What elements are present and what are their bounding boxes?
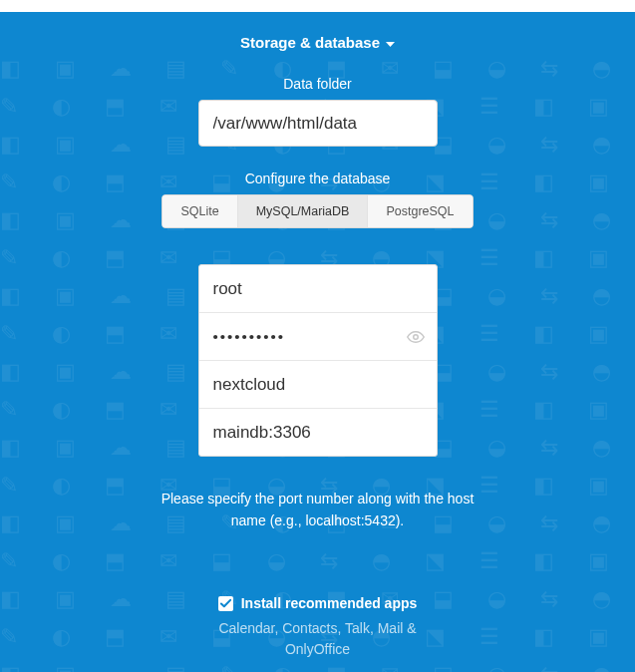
db-host-input[interactable] [199, 409, 437, 456]
data-folder-input[interactable] [198, 100, 438, 147]
host-port-hint: Please specify the port number along wit… [159, 489, 477, 531]
db-password-input[interactable] [199, 313, 437, 360]
db-user-input[interactable] [199, 265, 437, 312]
storage-database-toggle[interactable]: Storage & database [240, 34, 395, 51]
section-title-text: Storage & database [240, 34, 380, 51]
db-type-tabs: SQLite MySQL/MariaDB PostgreSQL [161, 194, 473, 228]
install-apps-checkbox[interactable]: Install recommended apps [218, 595, 418, 611]
tab-mysql[interactable]: MySQL/MariaDB [238, 195, 369, 227]
toggle-password-visibility-icon[interactable] [407, 328, 425, 346]
svg-point-0 [413, 334, 418, 339]
window-top-strip [0, 0, 635, 12]
caret-down-icon [386, 34, 395, 51]
tab-postgres[interactable]: PostgreSQL [368, 195, 472, 227]
configure-db-label: Configure the database [0, 170, 635, 186]
db-credentials-group [198, 264, 438, 457]
db-name-input[interactable] [199, 361, 437, 408]
tab-sqlite[interactable]: SQLite [162, 195, 237, 227]
data-folder-label: Data folder [0, 76, 635, 92]
checkbox-checked-icon [218, 596, 233, 611]
install-apps-label: Install recommended apps [241, 595, 418, 611]
recommended-apps-list: Calendar, Contacts, Talk, Mail & OnlyOff… [188, 618, 448, 660]
